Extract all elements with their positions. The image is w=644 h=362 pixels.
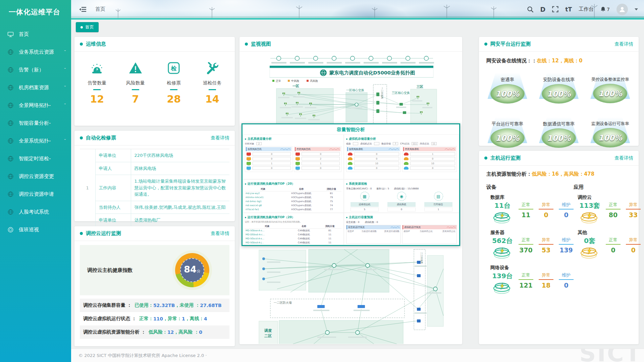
- card-title: 监视视图: [251, 41, 271, 47]
- energy-rings-icon: [492, 245, 513, 259]
- sidebar-item-network-topology[interactable]: 全景网络拓扑- ˇ: [0, 97, 71, 114]
- monitor-red-icon: [247, 153, 251, 156]
- table-row: 申请人西林风电场: [80, 162, 229, 175]
- sidebar-item-face-exam[interactable]: 人脸考试系统: [0, 203, 71, 221]
- group-server: 服务器 562台 正常370 异常53 维护139: [486, 230, 574, 261]
- sidebar-item-duty-patrol[interactable]: 值班巡视: [0, 221, 71, 239]
- globe-icon: [7, 209, 14, 215]
- app-title: 一体化运维平台: [0, 0, 71, 17]
- bell-icon: [600, 6, 606, 12]
- card-title: 自动化检修票: [86, 135, 116, 141]
- user-menu-caret-icon[interactable]: [635, 8, 638, 10]
- sidebar-item-label: 调控云资源申请: [19, 191, 54, 197]
- avatar[interactable]: [616, 4, 628, 15]
- globe-icon: [7, 102, 14, 109]
- view-detail-link[interactable]: 查看详情: [614, 155, 633, 161]
- cube-icon: [7, 227, 14, 233]
- font-size-icon[interactable]: tT: [565, 6, 572, 13]
- health-index-panel: 调控云主机健康指数 84分: [80, 245, 229, 295]
- svg-text:蒙东电力调度自动化D5000业务拓扑图: 蒙东电力调度自动化D5000业务拓扑图: [329, 70, 415, 75]
- table-row: 申请单位达赉湖热电厂: [80, 214, 229, 227]
- breadcrumb[interactable]: 首页: [95, 6, 105, 12]
- sidebar-item-system-topology[interactable]: 全景系统拓扑- ˇ: [0, 132, 71, 150]
- host-analysis-line: 主机资源智能分析：低风险：16，高风险：478: [479, 166, 639, 177]
- view-detail-link[interactable]: 查看详情: [211, 135, 229, 141]
- ops-info-card: 运维信息 告警数量 12 风险数量 7 检 检修票: [74, 37, 235, 126]
- health-gauge-value: 84: [184, 265, 197, 274]
- netsec-status-line: 网安设备在线情况：：在线：12，离线：0: [479, 52, 639, 64]
- stat-label: 告警数量: [81, 80, 113, 86]
- alarm-siren-icon: [89, 60, 105, 76]
- footer: © 2022 SICT 中国科学院计算技术研究所 Apache License …: [71, 349, 644, 362]
- sidebar-item-capacity-analysis[interactable]: 智能容量分析-: [0, 114, 71, 132]
- chevron-down-icon: ˇ: [63, 68, 66, 72]
- row-index: 1: [80, 149, 95, 227]
- sidebar-item-label: 人脸考试系统: [19, 209, 49, 215]
- gauge-rate: 安防设备在线率 100%: [533, 73, 584, 110]
- table-row: 当前待办人张伟,徐美娇,贺鸿鹏,马成龙,翟志凯,陈红波,王阳: [80, 201, 229, 214]
- card-dot-icon: [484, 157, 487, 160]
- tools-icon: [205, 60, 220, 76]
- sidebar-item-home[interactable]: 首页: [0, 25, 71, 43]
- group-control-cloud: 调控云 113套 正常80 异常33 维护0: [574, 194, 644, 226]
- fullscreen-icon[interactable]: [552, 6, 558, 12]
- panel-host-capacity: 主机系统容量分析 分析对象2 当前风险主机 0 0 1 0: [243, 134, 344, 179]
- svg-text:检: 检: [171, 65, 177, 72]
- monitor-green-icon: [247, 162, 251, 165]
- collapse-menu-icon[interactable]: [79, 6, 87, 12]
- group-network-device: 网络设备 139台 正常121 异常18 维护0: [486, 265, 574, 296]
- sidebar-item-label: 值班巡视: [19, 227, 39, 233]
- panel-load-top20: 运行资源消耗负载均衡TOP（20） 对象名称消耗分值 md-jcw-wy2H3C…: [243, 179, 344, 213]
- overlay-title: 容量智能分析: [243, 124, 459, 134]
- inspection-badge-icon: 检: [166, 60, 181, 76]
- svg-text:中风险: 中风险: [291, 79, 299, 82]
- search-icon[interactable]: [527, 6, 534, 13]
- table-row: 1 申请单位220千伏西林风电场: [80, 149, 229, 162]
- svg-text:正常: 正常: [276, 79, 281, 82]
- sidebar-item-scheduled-inspection[interactable]: 智能定时巡检-: [0, 150, 71, 168]
- group-database: 数据库 11台 正常11 异常0 维护0: [486, 194, 574, 226]
- chevron-down-icon: ˇ: [63, 85, 66, 90]
- panel-capacity-forecast: 主机运行容量预测 宿主机数：0虚拟机数：0 宿主机运行情况 宿主IP当前运行虚拟…: [344, 213, 459, 245]
- main-content: 运维信息 告警数量 12 风险数量 7 检 检修票: [71, 33, 644, 349]
- globe-icon: [7, 138, 14, 144]
- sidebar-item-label: 机房档案资源: [19, 84, 49, 91]
- card-dot-icon: [80, 43, 83, 46]
- vm-analysis-row: 调控云虚拟机资源智能分析 ： 低风险：12 ，高风险 ：0: [80, 325, 229, 339]
- chevron-down-icon: ˇ: [63, 103, 66, 108]
- stat-risk-count: 风险数量 7: [119, 60, 152, 105]
- capacity-analysis-overlay: 容量智能分析 主机系统容量分析 分析对象2 当前风险主机 0 0: [241, 123, 460, 246]
- sidebar: 一体化运维平台 首页 业务系统云资源 ˇ 告警（新） ˇ 机房档案资源 ˇ 全景…: [0, 0, 71, 362]
- notification-bell[interactable]: 7: [600, 6, 610, 12]
- stat-value: 7: [119, 93, 152, 105]
- tab-home[interactable]: 首页: [76, 22, 99, 32]
- sidebar-item-room-archive[interactable]: 机房档案资源 ˇ: [0, 79, 71, 97]
- gauge-rate: 平台运行可靠率 100%: [482, 117, 533, 154]
- group-other: 其他 0套 正常0 异常0 维护0: [574, 230, 644, 261]
- view-detail-link[interactable]: 查看详情: [211, 231, 229, 237]
- document-d-icon[interactable]: D: [540, 6, 546, 13]
- sidebar-item-label: 智能容量分析-: [19, 120, 51, 126]
- svg-text:调度: 调度: [264, 328, 272, 333]
- svg-text:三区: 三区: [417, 85, 423, 88]
- chevron-down-icon: ˇ: [63, 50, 66, 54]
- cloud-orange-icon: [348, 157, 353, 160]
- sidebar-item-cloud-resource-apply[interactable]: 调控云资源申请: [0, 185, 71, 203]
- sidebar-item-label: 全景网络拓扑-: [19, 102, 51, 109]
- sidebar-menu: 首页 业务系统云资源 ˇ 告警（新） ˇ 机房档案资源 ˇ 全景网络拓扑- ˇ …: [0, 25, 71, 239]
- energy-rings-yellow-icon: [579, 210, 600, 224]
- energy-rings-icon: [492, 210, 513, 224]
- card-title: 主机运行监测: [490, 155, 521, 161]
- storage-capacity-row: 调控云存储集群容量 ： 已使用：52.32TB ，未使用 ：27.68TB: [80, 299, 229, 312]
- monitor-orange-icon: [247, 157, 251, 160]
- sidebar-item-alarm[interactable]: 告警（新） ˇ: [0, 61, 71, 79]
- panel-vm-storage-capacity: 虚拟机存储容量分析 磁盘 虚拟机占比 数据存储7 CPU占比111 内存占比11: [344, 134, 459, 179]
- view-detail-link[interactable]: 查看详情: [614, 41, 633, 47]
- sidebar-item-business-cloud[interactable]: 业务系统云资源 ˇ: [0, 43, 71, 61]
- workbench-link[interactable]: 工作台: [579, 6, 594, 12]
- svg-text:三区核心交换: 三区核心交换: [392, 91, 410, 95]
- stat-inspection-task: 巡检任务 14: [196, 60, 228, 105]
- monitor-view-card: 监视视图 蒙东电力调度自动化D5000业务拓扑图: [239, 37, 462, 344]
- sidebar-item-cloud-resource-change[interactable]: 调控云资源变更: [0, 168, 71, 185]
- svg-text:一区核心交换: 一区核心交换: [346, 88, 364, 92]
